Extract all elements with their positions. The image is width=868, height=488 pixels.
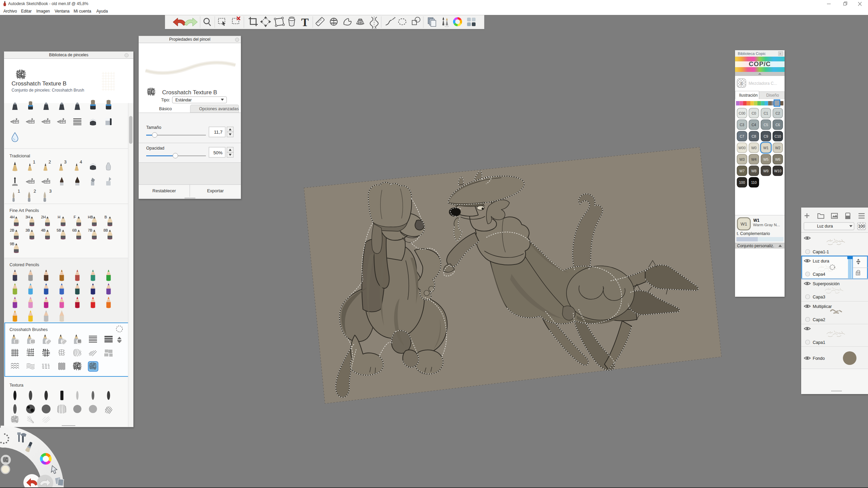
svg-text:W0: W0 <box>751 146 757 150</box>
svg-text:C0: C0 <box>752 111 756 115</box>
svg-text:Capa3: Capa3 <box>813 295 825 299</box>
svg-text:Restablecer: Restablecer <box>152 188 176 193</box>
svg-text:Ilustración: Ilustración <box>739 93 758 98</box>
svg-text:Capa2: Capa2 <box>813 317 825 322</box>
svg-text:C7: C7 <box>740 134 745 138</box>
svg-text:2: 2 <box>49 159 51 164</box>
svg-text:Capa1: Capa1 <box>813 340 825 345</box>
svg-text:Textura: Textura <box>9 383 23 388</box>
svg-text:W1: W1 <box>740 221 747 227</box>
svg-text:Colored Pencils: Colored Pencils <box>9 262 39 267</box>
svg-text:Fondo: Fondo <box>813 356 825 361</box>
svg-text:4B: 4B <box>41 228 45 232</box>
svg-text:W8: W8 <box>751 169 757 173</box>
svg-text:x: x <box>779 52 781 55</box>
svg-text:1: 1 <box>33 159 35 164</box>
svg-text:W6: W6 <box>775 157 780 161</box>
svg-text:2H: 2H <box>41 215 46 219</box>
svg-text:C00: C00 <box>739 111 745 115</box>
svg-text:C3: C3 <box>740 123 745 127</box>
svg-text:C2: C2 <box>775 111 780 115</box>
svg-text:COP/C: COP/C <box>749 60 771 67</box>
svg-text:W10: W10 <box>774 169 782 173</box>
svg-text:Capa4: Capa4 <box>813 272 825 277</box>
svg-text:11,7: 11,7 <box>214 130 223 135</box>
svg-text:t. Complementario: t. Complementario <box>737 231 770 236</box>
svg-text:Warm Gray N...: Warm Gray N... <box>753 223 780 227</box>
svg-text:4H: 4H <box>10 215 15 219</box>
svg-text:W4: W4 <box>751 157 757 161</box>
svg-text:Crosshatch Texture B: Crosshatch Texture B <box>162 89 217 96</box>
svg-text:W7: W7 <box>739 169 745 173</box>
svg-text:1: 1 <box>18 189 20 194</box>
svg-text:Tradicional: Tradicional <box>9 154 30 158</box>
svg-text:H: H <box>58 215 60 219</box>
svg-text:W3: W3 <box>739 157 745 161</box>
svg-text:Conjunto personaliz.: Conjunto personaliz. <box>737 243 774 248</box>
svg-text:100: 100 <box>858 224 865 228</box>
svg-text:W1: W1 <box>763 146 769 150</box>
svg-text:Crosshatch Texture B: Crosshatch Texture B <box>12 80 66 87</box>
svg-text:2: 2 <box>34 189 36 194</box>
svg-text:W1: W1 <box>753 218 759 223</box>
svg-text:50%: 50% <box>213 150 223 155</box>
svg-text:Opciones avanzadas: Opciones avanzadas <box>199 106 239 111</box>
svg-text:Tamaño: Tamaño <box>146 125 161 130</box>
svg-text:Básico: Básico <box>159 106 172 111</box>
svg-text:C1: C1 <box>764 111 768 115</box>
svg-text:C8: C8 <box>752 134 756 138</box>
svg-text:Capa1-1: Capa1-1 <box>813 250 829 254</box>
svg-text:C10: C10 <box>774 134 781 138</box>
svg-text:Estándar: Estándar <box>175 98 192 102</box>
svg-text:B: B <box>104 215 107 219</box>
svg-text:3H: 3H <box>25 215 30 219</box>
svg-text:C4: C4 <box>752 123 756 127</box>
svg-text:Superposición: Superposición <box>813 281 840 286</box>
svg-text:Fine Art Pencils: Fine Art Pencils <box>9 208 39 213</box>
svg-text:9B: 9B <box>10 242 14 246</box>
svg-text:3: 3 <box>49 189 52 194</box>
svg-text:3: 3 <box>64 159 66 164</box>
svg-text:Mezcladora C...: Mezcladora C... <box>749 81 777 86</box>
svg-text:4: 4 <box>80 159 82 164</box>
svg-text:0: 0 <box>740 81 743 86</box>
svg-text:C6: C6 <box>775 123 780 127</box>
svg-text:Luz dura: Luz dura <box>817 224 833 229</box>
svg-text:Biblioteca Copic: Biblioteca Copic <box>738 52 766 56</box>
svg-text:W00: W00 <box>738 146 746 150</box>
svg-text:3B: 3B <box>25 228 30 232</box>
svg-text:Tipo:: Tipo: <box>161 98 170 102</box>
svg-text:C5: C5 <box>764 123 768 127</box>
svg-text:100: 100 <box>739 180 745 184</box>
svg-text:6B: 6B <box>72 228 77 232</box>
svg-text:Diseño: Diseño <box>766 93 779 98</box>
svg-text:HB: HB <box>88 215 93 219</box>
svg-text:7B: 7B <box>88 228 92 232</box>
svg-text:Opacidad: Opacidad <box>146 146 165 151</box>
svg-text:2B: 2B <box>10 228 14 232</box>
svg-text:W2: W2 <box>775 146 780 150</box>
svg-text:Crosshatch Brushes: Crosshatch Brushes <box>9 327 48 332</box>
svg-text:T: T <box>301 16 309 28</box>
svg-text:W9: W9 <box>763 169 769 173</box>
svg-text:5B: 5B <box>57 228 61 232</box>
svg-text:Multiplicar: Multiplicar <box>813 304 832 309</box>
svg-text:Exportar: Exportar <box>207 188 224 193</box>
svg-text:Luz dura: Luz dura <box>813 259 829 263</box>
svg-text:F: F <box>74 215 76 219</box>
svg-text:C9: C9 <box>764 134 768 138</box>
svg-text:Conjunto de pinceles: Crosshat: Conjunto de pinceles: Crosshatch Brush <box>12 88 84 93</box>
svg-text:110: 110 <box>751 180 757 184</box>
svg-text:W5: W5 <box>763 157 769 161</box>
svg-text:8B: 8B <box>103 228 108 232</box>
